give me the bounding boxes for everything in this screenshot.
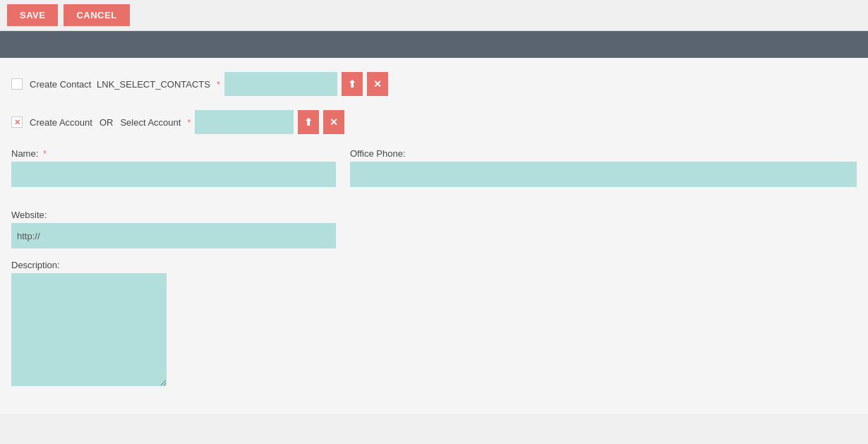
contact-select-button[interactable]: ⬆ [342, 72, 363, 96]
create-account-label: Create Account [30, 117, 92, 128]
toolbar: SAVE CANCEL [0, 0, 868, 31]
lnk-select-contacts[interactable]: LNK_SELECT_CONTACTS [97, 79, 210, 90]
create-account-checkbox[interactable] [11, 116, 23, 128]
create-contact-input[interactable] [224, 72, 337, 96]
account-select-button[interactable]: ⬆ [298, 110, 319, 134]
create-contact-row: Create Contact LNK_SELECT_CONTACTS * ⬆ ✕ [11, 72, 857, 96]
account-clear-button[interactable]: ✕ [323, 110, 344, 134]
clear-icon: ✕ [373, 78, 382, 90]
description-label: Description: [11, 260, 857, 270]
create-contact-label: Create Contact LNK_SELECT_CONTACTS [30, 79, 210, 90]
description-textarea[interactable] [11, 273, 167, 386]
name-required: * [43, 148, 47, 159]
create-account-required: * [187, 117, 191, 128]
name-field-section: Name: * [11, 148, 336, 187]
account-clear-icon: ✕ [330, 116, 338, 128]
create-contact-checkbox[interactable] [11, 78, 23, 90]
phone-field-section: Office Phone: [350, 148, 857, 187]
form-area: Create Contact LNK_SELECT_CONTACTS * ⬆ ✕… [0, 58, 868, 414]
create-contact-required: * [217, 79, 220, 90]
website-section: Website: [11, 210, 857, 248]
office-phone-label: Office Phone: [350, 148, 857, 159]
save-button[interactable]: SAVE [7, 4, 58, 26]
name-phone-row: Name: * Office Phone: [11, 148, 857, 198]
or-label: OR [100, 117, 114, 128]
contact-clear-button[interactable]: ✕ [367, 72, 388, 96]
name-input[interactable] [11, 162, 336, 187]
description-section: Description: [11, 260, 857, 388]
account-select-icon: ⬆ [304, 116, 313, 128]
website-label: Website: [11, 210, 857, 220]
select-account-label: Select Account [120, 117, 181, 128]
create-account-input[interactable] [195, 110, 294, 134]
select-icon: ⬆ [348, 78, 356, 90]
dark-bar [0, 31, 868, 58]
phone-col: Office Phone: [350, 148, 857, 198]
create-account-row: Create Account OR Select Account * ⬆ ✕ [11, 110, 857, 134]
cancel-button[interactable]: CANCEL [64, 4, 129, 26]
office-phone-input[interactable] [350, 162, 857, 187]
website-input[interactable] [11, 223, 336, 248]
name-col: Name: * [11, 148, 336, 198]
name-label: Name: * [11, 148, 336, 159]
